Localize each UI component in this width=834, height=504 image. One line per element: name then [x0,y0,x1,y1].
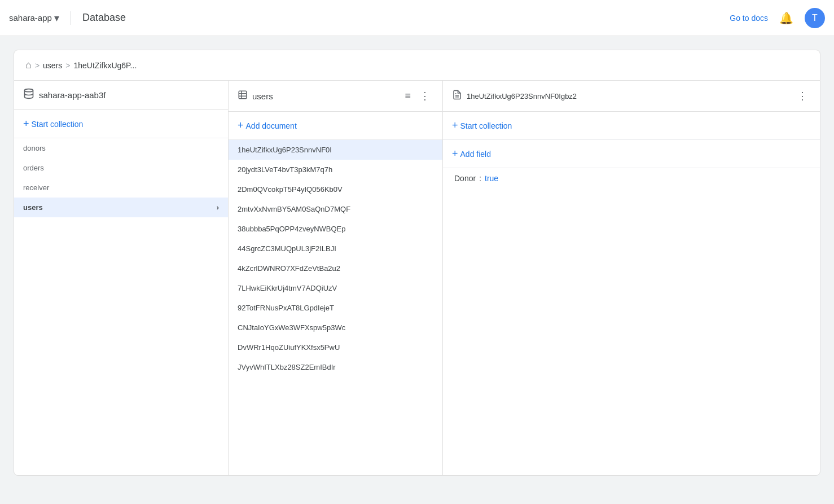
start-collection-row: + Start collection [14,110,228,138]
collection-donors-label: donors [23,144,46,152]
col-right-header: 1heUtZifkxUg6P23SnnvNF0Igbz2 ⋮ [443,81,820,112]
database-icon [23,88,34,102]
doc-item-1[interactable]: 20jydt3LVeT4bvT3p3kM7q7h [229,160,442,179]
doc-item-9[interactable]: CNJtaIoYGxWe3WFXspw5p3Wc [229,318,442,338]
avatar[interactable]: T [805,8,825,28]
doc-item-6[interactable]: 4kZcrlDWNRO7XFdZeVtBa2u2 [229,258,442,278]
collection-users-label: users [23,203,43,212]
start-collection-label: Start collection [32,120,84,129]
topnav-left: sahara-app ▾ Database [9,11,730,25]
breadcrumb-doc-link[interactable]: 1heUtZifkxUg6P... [73,61,137,70]
col-right-more-button[interactable]: ⋮ [794,87,811,104]
field-key-donor: Donor [454,174,476,183]
collection-icon [238,90,248,103]
col-mid-actions: ≡ ⋮ [401,87,433,104]
add-field-label: Add field [460,150,491,159]
avatar-letter: T [812,13,818,23]
bell-icon: 🔔 [779,12,793,24]
collection-item-orders[interactable]: orders [14,158,228,178]
plus-icon-right: + [452,120,458,132]
plus-icon-field: + [452,148,458,160]
chevron-right-icon: › [217,203,219,212]
add-document-row: + Add document [229,112,442,140]
add-document-label: Add document [246,121,297,130]
field-colon: : [479,174,481,183]
col-left: sahara-app-aab3f + Start collection dono… [14,81,229,475]
col-right-more-icon: ⋮ [797,90,807,102]
plus-icon-mid: + [238,120,244,132]
more-icon: ⋮ [420,90,430,102]
main-area: ⌂ > users > 1heUtZifkxUg6P... sahara-app… [0,36,834,476]
collection-orders-label: orders [23,164,44,172]
add-field-button[interactable]: + Add field [452,148,491,160]
doc-item-2[interactable]: 2Dm0QVcokpT5P4yIQ056Kb0V [229,179,442,199]
col-right-actions: ⋮ [794,87,811,104]
doc-item-0[interactable]: 1heUtZifkxUg6P23SnnvNF0I [229,140,442,160]
col-mid-title: users [252,91,397,101]
add-document-button[interactable]: + Add document [238,120,297,132]
topnav-right: Go to docs 🔔 T [730,8,825,28]
breadcrumb-users-link[interactable]: users [43,61,62,70]
more-options-button[interactable]: ⋮ [416,87,433,104]
breadcrumb: ⌂ > users > 1heUtZifkxUg6P... [14,50,820,81]
columns-container: sahara-app-aab3f + Start collection dono… [14,81,820,476]
collections-list: donors orders receiver users › [14,138,228,475]
doc-item-10[interactable]: DvWRr1HqoZUiufYKXfsx5PwU [229,338,442,357]
breadcrumb-sep-1: > [35,61,39,70]
collection-item-receiver[interactable]: receiver [14,178,228,198]
doc-icon [452,90,462,103]
app-selector[interactable]: sahara-app ▾ [9,12,59,24]
col-right: 1heUtZifkxUg6P23SnnvNF0Igbz2 ⋮ + Start c… [443,81,820,475]
filter-icon: ≡ [405,90,411,102]
doc-item-8[interactable]: 92TotFRNusPxAT8LGpdIejeT [229,298,442,318]
collection-receiver-label: receiver [23,183,49,192]
nav-divider [71,11,71,25]
col-mid-header: users ≡ ⋮ [229,81,442,112]
col-right-title: 1heUtZifkxUg6P23SnnvNF0Igbz2 [467,92,789,100]
doc-item-5[interactable]: 44SgrcZC3MUQpUL3jF2ILBJI [229,239,442,258]
app-name: sahara-app [9,13,52,23]
start-collection-right-label: Start collection [460,121,512,130]
go-to-docs-link[interactable]: Go to docs [730,14,768,23]
doc-item-4[interactable]: 38ubbba5PqOPP4zveyNWBQEp [229,219,442,239]
home-icon[interactable]: ⌂ [25,59,32,71]
breadcrumb-sep-2: > [65,61,70,70]
collection-item-donors[interactable]: donors [14,138,228,158]
field-row-donor: Donor : true [443,168,820,189]
top-navbar: sahara-app ▾ Database Go to docs 🔔 T [0,0,834,36]
doc-item-11[interactable]: JVyvWhITLXbz28SZ2EmIBdIr [229,357,442,377]
add-field-row: + Add field [443,140,820,168]
plus-icon: + [23,118,29,130]
collection-item-users[interactable]: users › [14,198,228,217]
documents-list: 1heUtZifkxUg6P23SnnvNF0I 20jydt3LVeT4bvT… [229,140,442,475]
col-mid: users ≡ ⋮ + Add document 1heUtZifkxUg6P2 [229,81,443,475]
svg-rect-1 [239,91,247,99]
app-dropdown-icon: ▾ [54,12,59,24]
doc-item-3[interactable]: 2mtvXxNvmBY5AM0SaQnD7MQF [229,199,442,219]
page-title: Database [82,12,126,24]
start-collection-button[interactable]: + Start collection [23,118,83,130]
doc-item-7[interactable]: 7LHwkEiKkrUj4tmV7ADQiUzV [229,278,442,298]
field-value-donor: true [485,174,498,183]
filter-button[interactable]: ≡ [401,88,414,104]
col-left-header: sahara-app-aab3f [14,81,228,110]
fields-area: Donor : true [443,168,820,475]
start-collection-row-right: + Start collection [443,112,820,140]
notifications-button[interactable]: 🔔 [777,9,796,27]
start-collection-right-button[interactable]: + Start collection [452,120,512,132]
svg-point-0 [25,89,33,92]
col-left-title: sahara-app-aab3f [39,90,219,100]
